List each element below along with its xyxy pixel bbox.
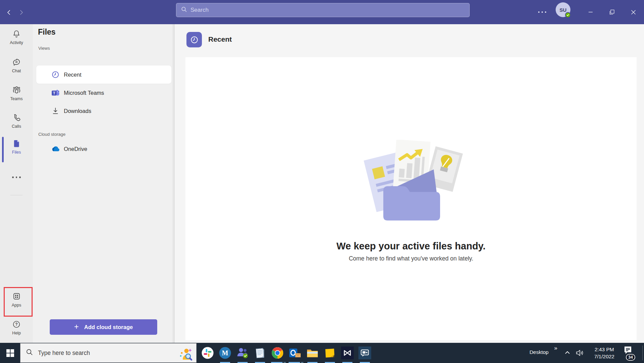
svg-text:?: ? [15,322,17,327]
empty-state-subtitle: Come here to find what you've worked on … [349,255,473,262]
toolbar-expand-icon[interactable]: » [554,345,557,352]
view-item-downloads[interactable]: Downloads [36,102,171,120]
taskbar-app-outlook[interactable] [286,343,304,363]
page-title: Recent [208,35,232,43]
view-item-microsoft-teams[interactable]: T Microsoft Teams [36,84,171,102]
search-icon [181,6,187,14]
panel-title: Files [38,28,55,37]
taskbar-app-slack[interactable] [199,343,216,363]
apps-grid-icon [12,292,21,302]
help-icon: ? [12,320,21,330]
svg-text:M: M [222,349,228,357]
views-section-label: Views [38,46,50,51]
show-hidden-icons-chevron[interactable] [564,350,571,357]
search-input[interactable] [190,7,446,13]
back-icon[interactable] [4,7,14,17]
title-bar: SU [0,0,644,24]
chat-bubble-icon [12,58,21,68]
cloud-item-onedrive[interactable]: OneDrive [36,140,171,158]
taskbar-search-input[interactable] [38,350,149,357]
volume-icon[interactable] [575,349,584,358]
start-button[interactable] [0,343,20,363]
bell-icon [12,30,21,39]
sidebar-item-apps[interactable]: Apps [0,292,33,308]
clock[interactable]: 2:43 PM 7/1/2022 [594,346,614,360]
taskbar-app-m-circle[interactable]: M [216,343,234,363]
rail-divider [10,195,23,195]
sidebar-item-chat[interactable]: Chat [0,58,33,73]
taskbar-app-microsoft-teams[interactable] [234,343,251,363]
phone-icon [12,113,21,123]
notification-center-icon[interactable]: 34 [623,345,634,361]
teams-search-bar[interactable] [176,3,470,17]
search-icon [26,349,33,357]
teams-logo-icon: T [51,88,60,97]
taskbar-app-notepad[interactable] [251,343,269,363]
more-options-icon[interactable] [538,11,546,13]
date: 7/1/2022 [594,353,614,360]
people-icon [12,85,21,95]
clock-icon [51,70,60,79]
minimize-button[interactable] [583,0,598,24]
sidebar-item-calls[interactable]: Calls [0,113,33,129]
app-rail: Activity Chat Teams Calls Files Apps [0,24,33,343]
windows-taskbar: M [0,343,644,363]
onedrive-icon [51,145,60,153]
desktop-toolbar-label[interactable]: Desktop [529,349,549,355]
files-panel: Files Views Recent T Microsoft Teams Dow… [33,24,175,343]
taskbar-app-chrome[interactable] [269,343,286,363]
pinned-apps: M [199,343,374,363]
recent-header-icon [186,32,202,47]
empty-files-illustration [356,140,467,222]
show-desktop-strip[interactable] [642,346,643,360]
sidebar-item-help[interactable]: ? Help [0,320,33,335]
file-icon [12,139,21,149]
search-highlights-icon[interactable] [177,346,193,363]
notification-count-badge: 34 [626,354,635,361]
recent-files-card: We keep your active files handy. Come he… [185,57,637,340]
empty-state-title: We keep your active files handy. [337,241,486,252]
close-button[interactable] [626,0,641,24]
svg-text:T: T [53,91,55,95]
time: 2:43 PM [594,346,614,353]
sidebar-item-files[interactable]: Files [0,139,33,155]
view-item-recent[interactable]: Recent [36,66,171,84]
restore-button[interactable] [604,0,620,24]
more-apps-icon[interactable] [0,176,33,178]
main-content: Recent [175,24,644,343]
add-cloud-storage-button[interactable]: + Add cloud storage [50,319,157,335]
presence-available-icon [565,12,571,18]
taskbar-app-mural[interactable] [339,343,356,363]
taskbar-app-file-explorer[interactable] [304,343,321,363]
sidebar-item-activity[interactable]: Activity [0,30,33,45]
taskbar-app-video-chat[interactable] [356,343,374,363]
sidebar-item-teams[interactable]: Teams [0,85,33,101]
taskbar-app-sticky-notes[interactable] [321,343,339,363]
forward-icon[interactable] [16,7,26,17]
plus-icon: + [74,323,79,331]
download-icon [51,107,60,115]
taskbar-search-box[interactable] [20,343,197,363]
cloud-storage-section-label: Cloud storage [38,132,66,137]
